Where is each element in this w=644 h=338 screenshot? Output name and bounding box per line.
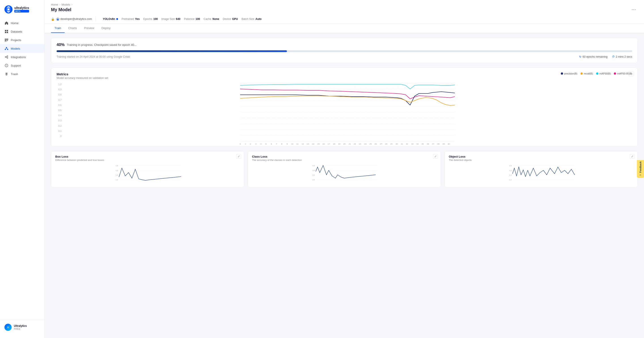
logo-text: ultralytics [14,6,29,10]
tab-preview[interactable]: Preview [80,24,98,33]
svg-text:19: 19 [338,143,340,145]
bottom-charts-grid: Box Loss Difference between predicted an… [51,151,638,188]
email-text: developer@ultralytics.com [60,18,92,20]
legend-dot-recall [580,72,583,75]
meta-tags: YOLOv8n Pretrained Yes Epochs 100 Image … [103,18,262,20]
svg-text:16: 16 [322,143,325,145]
svg-line-20 [6,57,7,58]
chart-inner: 0 1 2 3 4 5 6 7 8 9 10 11 12 13 [63,83,632,142]
user-email: developer@ultralytics.com [56,18,92,20]
metrics-expand-button[interactable]: ⤢ [628,71,634,76]
sidebar-item-support[interactable]: ? Support [0,61,44,70]
feedback-button[interactable]: ☺ Feedback [637,160,644,178]
svg-text:1.2: 1.2 [509,179,512,181]
object-loss-expand-button[interactable]: ⤢ [630,154,635,159]
training-card: 40% Training in progress. Checkpoint sav… [51,38,638,63]
main-content: Home > Models > My Model ⋯ 🔒 developer@u… [45,0,644,338]
support-icon: ? [4,64,8,68]
svg-text:36: 36 [427,143,429,145]
svg-text:18: 18 [333,143,335,145]
box-loss-subtitle: Difference between predicted and true bo… [55,159,240,162]
sidebar-item-home[interactable]: Home [0,19,44,27]
metrics-chart-card: Metrics Model accuracy measured on valid… [51,68,638,147]
svg-text:32: 32 [406,143,408,145]
sidebar-label-integrations: Integrations [11,56,26,59]
svg-text:1.4: 1.4 [509,174,512,176]
svg-point-16 [5,56,6,58]
class-loss-card: Class Loss The accuracy of the classes i… [248,151,441,188]
legend-dot-map50 [596,72,598,75]
epochs-remaining-stat: ↻ 60 epochs remaining [579,55,607,58]
y-axis: 1.0 0.9 0.8 0.7 0.6 0.5 0.4 0.3 0.2 0.1 … [56,83,63,142]
sidebar-item-integrations[interactable]: Integrations [0,53,44,61]
feedback-smiley: ☺ [639,174,642,176]
svg-text:17: 17 [328,143,330,145]
more-options-button[interactable]: ⋯ [630,6,638,13]
refresh-icon: ↻ [579,55,582,58]
svg-text:13: 13 [307,143,309,145]
tab-train[interactable]: Train [51,24,64,33]
svg-point-28 [58,18,58,19]
footer-username: Ultralytics [14,324,27,328]
legend-label-recall: recall(B) [584,72,593,75]
svg-text:1: 1 [245,143,246,145]
svg-line-15 [6,48,8,49]
svg-text:5: 5 [266,143,266,145]
sidebar-label-trash: Trash [11,72,18,76]
time-remaining-stat: ⏱ 2 mins 2 secs [612,55,632,58]
trash-icon [4,72,8,76]
sidebar-item-projects[interactable]: Projects [0,36,44,44]
svg-point-11 [6,47,7,48]
svg-text:1.4: 1.4 [116,174,118,176]
svg-text:1.8: 1.8 [116,165,118,167]
sidebar-footer: U Ultralytics FREE [0,320,44,334]
svg-text:3.5: 3.5 [312,170,315,172]
svg-point-17 [7,56,8,56]
object-loss-title: Object Loss [449,155,634,158]
breadcrumb-home[interactable]: Home [51,3,58,6]
box-loss-expand-button[interactable]: ⤢ [236,154,241,159]
training-status: 40% Training in progress. Checkpoint sav… [56,42,632,47]
svg-text:1.8: 1.8 [509,165,512,167]
class-loss-svg: 4.0 3.5 3.0 2.5 [252,164,437,184]
object-loss-subtitle: The detected objects [449,159,634,162]
svg-text:35: 35 [422,143,424,145]
tab-charts[interactable]: Charts [64,24,80,33]
object-loss-card: Object Loss The detected objects ⤢ 1.8 1… [444,151,638,188]
breadcrumb: Home > Models > [51,3,638,6]
home-icon [4,21,8,25]
legend-dot-map5095 [614,72,616,75]
svg-point-12 [5,49,6,50]
svg-text:2.5: 2.5 [312,179,315,181]
tab-deploy[interactable]: Deploy [98,24,114,33]
page-header: Home > Models > My Model ⋯ [45,0,644,14]
training-started: Training started on 24 April 2024 at 00:… [56,55,130,58]
meta-model-name: YOLOv8n [103,18,118,20]
sidebar-item-datasets[interactable]: Datasets [0,27,44,36]
sidebar-item-models[interactable]: Models [0,44,44,53]
logo: ultralytics BETA [0,4,44,19]
svg-line-14 [5,48,6,49]
svg-text:8: 8 [281,143,282,145]
svg-text:1.2: 1.2 [116,179,118,181]
svg-text:6: 6 [271,143,272,145]
class-loss-title: Class Loss [252,155,437,158]
sidebar-item-trash[interactable]: Trash [0,70,44,78]
model-dot [116,18,118,20]
lock-icon: 🔒 [51,18,54,21]
svg-text:2: 2 [250,143,251,145]
box-loss-svg: 1.8 1.6 1.4 1.2 [55,164,240,184]
page-title: My Model [51,7,638,12]
feedback-label: Feedback [639,162,642,173]
model-meta-bar: 🔒 developer@ultralytics.com YOLOv8n Pret… [45,14,644,24]
breadcrumb-models[interactable]: Models [62,3,70,6]
svg-text:10: 10 [291,143,294,145]
clock-icon: ⏱ [612,55,615,58]
meta-patience: Patience 100 [184,18,200,20]
legend-label-map50: mAP50(B) [600,72,611,75]
sidebar-label-home: Home [11,22,18,25]
svg-text:37: 37 [432,143,434,145]
training-message: Training in progress. Checkpoint saved f… [67,43,137,46]
class-loss-expand-button[interactable]: ⤢ [433,154,438,159]
svg-point-13 [7,49,8,50]
